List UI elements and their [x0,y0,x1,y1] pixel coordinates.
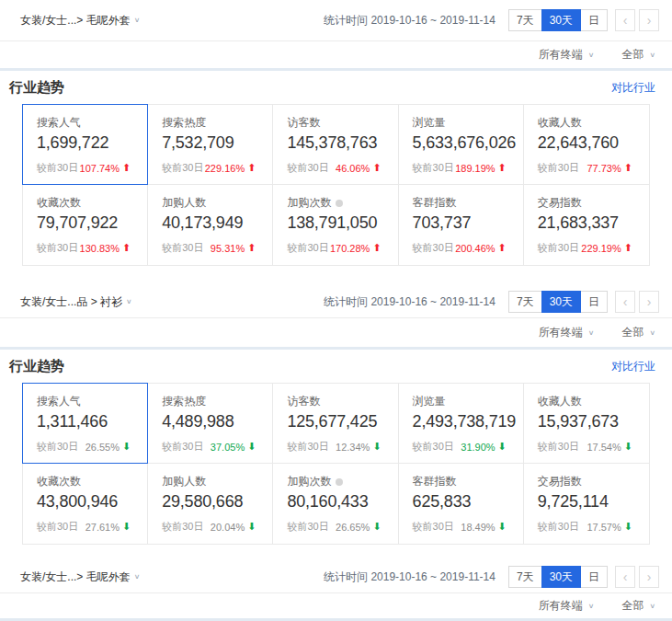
metric-card[interactable]: 收藏人数 22,643,760 较前30日 77.73% ⬆ [524,105,649,185]
metric-change-pct: 200.46% [455,243,495,254]
metric-card[interactable]: 浏览量 5,633,676,026 较前30日 189.19% ⬆ [399,105,524,185]
range-7d-button[interactable]: 7天 [508,291,542,313]
metric-card[interactable]: 浏览量 2,493,738,719 较前30日 31.90% ⬇ [399,384,524,464]
metric-card[interactable]: 收藏次数 79,707,922 较前30日 130.83% ⬆ [23,185,148,265]
range-7d-button[interactable]: 7天 [508,566,542,588]
metric-value: 9,725,114 [538,492,644,512]
stats-label: 统计时间 [324,14,368,27]
range-30d-button[interactable]: 30天 [541,291,581,313]
baseline-label: 较前30日 [37,161,78,175]
metric-card[interactable]: 收藏次数 43,800,946 较前30日 27.61% ⬇ [23,464,148,544]
scope-filter-dropdown[interactable]: 全部 ∨ [621,47,655,63]
metric-card[interactable]: 收藏人数 15,937,673 较前30日 17.54% ⬇ [524,384,649,464]
filter-row-2: 所有终端 ∨ 全部 ∨ [0,318,672,347]
metric-value: 7,532,709 [162,133,267,153]
range-day-button[interactable]: 日 [580,566,608,588]
metric-cards-grid: 搜索人气 1,699,722 较前30日 107.74% ⬆ 搜索热度 7,53… [22,104,650,266]
filter-row-1: 所有终端 ∨ 全部 ∨ [0,41,672,68]
trend-up-arrow-icon: ⬆ [624,243,632,253]
metric-label: 搜索热度 [162,115,206,131]
compare-industry-link[interactable]: 对比行业 [611,80,655,96]
range-30d-button[interactable]: 30天 [541,566,581,588]
metric-card[interactable]: 加购人数 29,580,668 较前30日 20.04% ⬇ [148,464,273,544]
metric-label: 客群指数 [413,474,457,489]
range-7d-button[interactable]: 7天 [508,9,542,31]
date-range-button-group: 7天 30天 日 [508,566,608,588]
range-30d-button[interactable]: 30天 [541,9,581,31]
prev-button[interactable]: ‹ [615,9,635,31]
metric-card[interactable]: 客群指数 625,833 较前30日 18.49% ⬇ [399,464,524,544]
baseline-label: 较前30日 [287,241,328,255]
metric-label: 客群指数 [413,195,457,211]
trend-up-arrow-icon: ⬆ [372,243,381,253]
trend-down-arrow-icon: ⬇ [624,522,632,532]
next-button[interactable]: › [639,291,659,313]
date-range: 2019-10-16 ~ 2019-11-14 [370,570,495,583]
breadcrumb[interactable]: 女装/女士...品 > 衬衫 ∨ [20,294,132,310]
metric-label: 加购次数 [287,474,331,489]
baseline-label: 较前30日 [538,241,579,255]
metric-value: 125,677,425 [287,412,392,431]
baseline-label: 较前30日 [413,440,454,454]
metric-value: 40,173,949 [162,213,267,233]
next-button[interactable]: › [639,9,659,31]
metric-card[interactable]: 客群指数 703,737 较前30日 200.46% ⬆ [399,185,524,265]
info-dot-icon[interactable] [336,200,343,207]
next-button[interactable]: › [639,566,659,588]
industry-trend-panel-2: 行业趋势 对比行业 搜索人气 1,311,466 较前30日 26.55% ⬇ … [0,350,672,545]
section-header-bar-3: 女装/女士...> 毛呢外套 ∨ 统计时间 2019-10-16 ~ 2019-… [0,561,672,593]
trend-up-arrow-icon: ⬆ [498,163,507,173]
metric-card[interactable]: 搜索热度 4,489,988 较前30日 37.05% ⬇ [148,384,273,464]
prev-button[interactable]: ‹ [615,291,635,313]
breadcrumb-text[interactable]: 女装/女士...> 毛呢外套 [20,569,131,585]
metric-card[interactable]: 搜索热度 7,532,709 较前30日 229.16% ⬆ [148,105,273,185]
metric-change-pct: 189.19% [455,163,495,174]
prev-button[interactable]: ‹ [615,566,635,588]
metric-card[interactable]: 加购人数 40,173,949 较前30日 95.31% ⬆ [148,185,273,265]
metric-card[interactable]: 搜索人气 1,699,722 较前30日 107.74% ⬆ [23,105,148,185]
metric-change-pct: 107.74% [80,163,120,174]
metric-label: 访客数 [287,394,320,409]
compare-industry-link[interactable]: 对比行业 [611,359,655,374]
baseline-label: 较前30日 [287,520,328,534]
metric-value: 22,643,760 [538,133,644,153]
metric-label: 浏览量 [413,394,446,409]
baseline-label: 较前30日 [538,520,579,534]
metric-card[interactable]: 交易指数 21,683,337 较前30日 229.19% ⬆ [524,185,649,265]
scope-filter-dropdown[interactable]: 全部 ∨ [621,325,655,340]
metric-card[interactable]: 交易指数 9,725,114 较前30日 17.57% ⬇ [524,464,649,544]
metric-value: 80,160,433 [287,492,392,512]
metric-label: 收藏人数 [538,394,582,409]
metric-value: 5,633,676,026 [413,133,518,153]
breadcrumb-text[interactable]: 女装/女士...> 毛呢外套 [20,13,131,29]
chevron-down-icon: ∨ [649,52,655,59]
chevron-down-icon: ∨ [649,329,655,337]
breadcrumb-text[interactable]: 女装/女士...品 > 衬衫 [20,294,122,310]
metric-label: 访客数 [287,115,320,131]
metric-value: 138,791,050 [287,213,392,233]
date-range-button-group: 7天 30天 日 [508,291,608,313]
metric-label: 搜索人气 [37,115,81,131]
metric-value: 145,378,763 [287,133,392,153]
chevron-down-icon: ∨ [649,603,655,610]
breadcrumb[interactable]: 女装/女士...> 毛呢外套 ∨ [20,569,140,585]
terminal-filter-dropdown[interactable]: 所有终端 ∨ [539,325,595,340]
metric-card[interactable]: 访客数 145,378,763 较前30日 46.06% ⬆ [273,105,398,185]
metric-card[interactable]: 加购次数 80,160,433 较前30日 26.65% ⬇ [273,464,398,544]
metric-card[interactable]: 访客数 125,677,425 较前30日 12.34% ⬇ [273,384,398,464]
info-dot-icon[interactable] [336,478,343,486]
metric-value: 79,707,922 [37,213,142,233]
trend-down-arrow-icon: ⬇ [372,442,381,452]
breadcrumb[interactable]: 女装/女士...> 毛呢外套 ∨ [20,13,140,29]
panel-title: 行业趋势 [9,358,64,375]
range-day-button[interactable]: 日 [580,291,608,313]
metric-card[interactable]: 搜索人气 1,311,466 较前30日 26.55% ⬇ [23,384,148,464]
terminal-filter-dropdown[interactable]: 所有终端 ∨ [539,598,595,614]
range-day-button[interactable]: 日 [580,9,608,31]
baseline-label: 较前30日 [37,440,78,454]
metric-value: 43,800,946 [37,492,142,512]
terminal-filter-dropdown[interactable]: 所有终端 ∨ [539,47,595,63]
trend-down-arrow-icon: ⬇ [122,442,131,452]
metric-card[interactable]: 加购次数 138,791,050 较前30日 170.28% ⬆ [273,185,398,265]
scope-filter-dropdown[interactable]: 全部 ∨ [621,598,655,614]
